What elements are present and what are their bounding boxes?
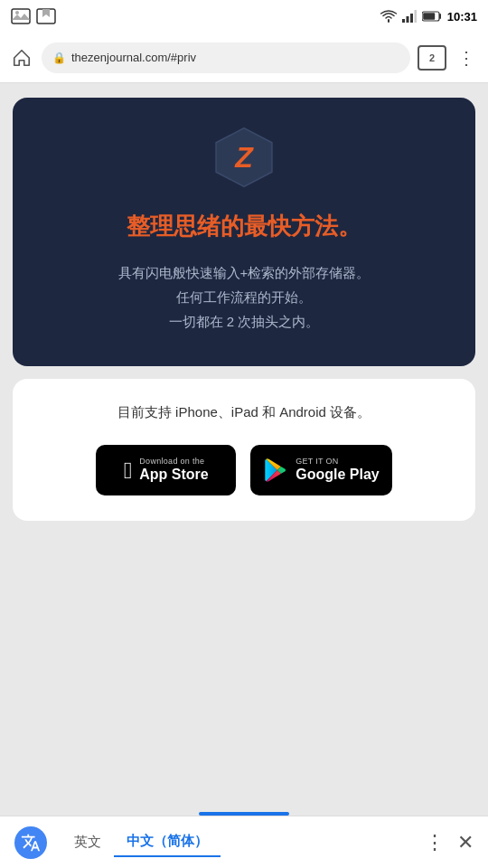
hero-description: 具有闪电般快速输入+检索的外部存储器。 任何工作流程的开始。 一切都在 2 次抽…: [118, 260, 371, 334]
google-play-large-text: Google Play: [296, 466, 379, 483]
logo-letter: Z: [235, 141, 253, 175]
apple-icon: : [124, 457, 133, 485]
svg-rect-9: [423, 13, 435, 20]
lock-icon: 🔒: [52, 52, 66, 64]
app-store-button[interactable]:  Download on the App Store: [96, 445, 236, 495]
menu-button[interactable]: ⋮: [454, 45, 479, 71]
svg-rect-6: [410, 14, 413, 23]
svg-rect-4: [402, 19, 405, 23]
home-icon: [12, 48, 32, 68]
download-card: 目前支持 iPhone、iPad 和 Android 设备。  Downloa…: [13, 379, 475, 522]
google-play-icon: [263, 458, 288, 483]
google-play-text: GET IT ON Google Play: [296, 458, 379, 483]
download-description: 目前支持 iPhone、iPad 和 Android 设备。: [117, 401, 371, 424]
tab-button[interactable]: 2: [418, 45, 446, 71]
translation-close-button[interactable]: ✕: [457, 831, 474, 854]
translation-more-button[interactable]: ⋮: [425, 831, 445, 854]
address-bar[interactable]: 🔒 thezenjournal.com/#priv: [42, 42, 410, 73]
status-right: 10:31: [380, 10, 477, 24]
svg-rect-0: [12, 9, 30, 24]
app-store-text: Download on the App Store: [139, 458, 208, 483]
browser-bar: 🔒 thezenjournal.com/#priv 2 ⋮: [0, 33, 488, 83]
app-store-small-text: Download on the: [139, 458, 204, 466]
image-icon: [11, 8, 31, 24]
hero-card: Z 整理思绪的最快方法。 具有闪电般快速输入+检索的外部存储器。 任何工作流程的…: [13, 98, 475, 366]
url-text: thezenjournal.com/#priv: [71, 51, 196, 64]
status-left: [11, 8, 56, 24]
battery-icon: [422, 11, 442, 22]
svg-point-2: [15, 11, 19, 14]
svg-rect-7: [414, 10, 417, 23]
bookmark-icon: [36, 8, 56, 24]
lang-to[interactable]: 中文（简体）: [114, 827, 221, 857]
app-store-large-text: App Store: [139, 466, 208, 483]
svg-rect-5: [406, 16, 408, 23]
home-button[interactable]: [9, 45, 34, 71]
lang-from[interactable]: 英文: [61, 828, 114, 856]
translate-icon-wrap: [14, 826, 47, 859]
signal-icon: [402, 10, 417, 23]
status-bar: 10:31: [0, 0, 488, 33]
page-content: Z 整理思绪的最快方法。 具有闪电般快速输入+检索的外部存储器。 任何工作流程的…: [0, 83, 488, 535]
svg-marker-1: [12, 14, 30, 20]
wifi-icon: [380, 10, 397, 23]
time-display: 10:31: [447, 10, 477, 24]
hero-title: 整理思绪的最快方法。: [127, 212, 361, 242]
translation-bar: 英文 中文（简体） ⋮ ✕: [0, 816, 488, 868]
google-play-button[interactable]: GET IT ON Google Play: [250, 445, 391, 495]
app-logo: Z: [211, 125, 277, 190]
translate-icon: [21, 833, 41, 853]
store-buttons:  Download on the App Store: [96, 445, 391, 495]
google-play-small-text: GET IT ON: [296, 458, 338, 466]
